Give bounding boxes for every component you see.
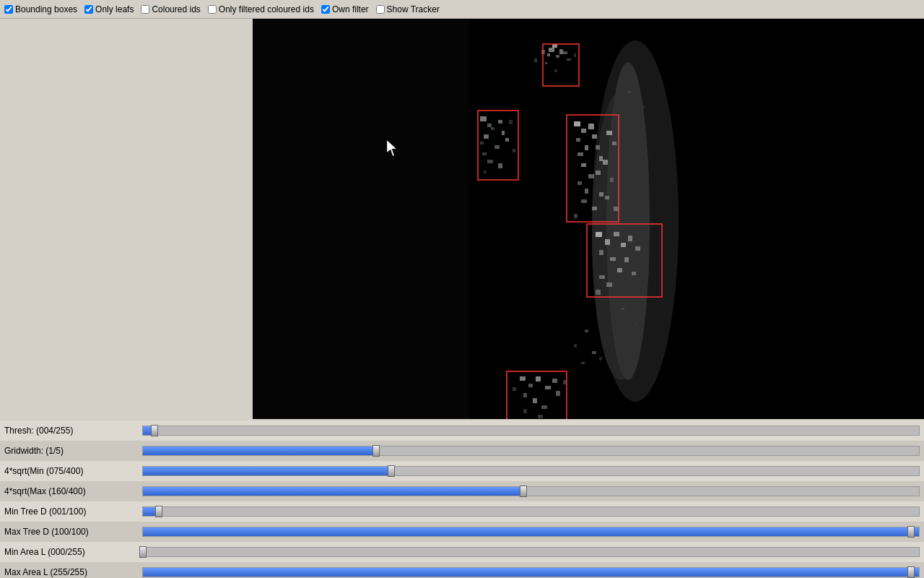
svg-rect-60 bbox=[621, 243, 626, 247]
bounding-boxes-label: Bounding boxes bbox=[15, 4, 77, 14]
slider-row-max-area-l: Max Area L (255/255) bbox=[0, 562, 924, 578]
toolbar-item-show-tracker: Show Tracker bbox=[376, 4, 440, 14]
slider-min-area-l-track[interactable] bbox=[142, 547, 920, 557]
svg-rect-8 bbox=[563, 51, 567, 54]
svg-rect-34 bbox=[588, 124, 594, 129]
svg-rect-58 bbox=[614, 232, 619, 236]
slider-thresh-thumb[interactable] bbox=[151, 425, 158, 436]
bounding-boxes-checkbox[interactable] bbox=[4, 5, 13, 14]
only-filtered-checkbox[interactable] bbox=[208, 5, 217, 14]
svg-rect-85 bbox=[621, 308, 624, 310]
svg-rect-40 bbox=[581, 163, 586, 167]
svg-rect-55 bbox=[614, 207, 619, 211]
slider-max-area-l-track[interactable] bbox=[142, 567, 920, 577]
svg-rect-22 bbox=[480, 142, 484, 144]
slider-max-area-l-label: Max Area L (255/255) bbox=[4, 567, 138, 577]
svg-rect-24 bbox=[502, 131, 505, 135]
slider-min-area-l-thumb[interactable] bbox=[139, 546, 147, 558]
svg-rect-10 bbox=[552, 44, 557, 48]
svg-rect-28 bbox=[498, 163, 502, 168]
svg-rect-71 bbox=[528, 384, 533, 387]
svg-rect-20 bbox=[491, 127, 494, 130]
slider-sqrt-max-thumb[interactable] bbox=[520, 486, 527, 497]
svg-rect-14 bbox=[541, 50, 545, 54]
svg-point-2 bbox=[592, 40, 679, 402]
svg-rect-90 bbox=[581, 362, 585, 364]
svg-rect-23 bbox=[494, 145, 500, 149]
svg-rect-18 bbox=[487, 124, 492, 127]
svg-rect-11 bbox=[559, 49, 563, 54]
svg-point-3 bbox=[592, 91, 650, 380]
svg-rect-13 bbox=[567, 59, 571, 61]
svg-rect-96 bbox=[507, 371, 567, 419]
svg-rect-89 bbox=[592, 351, 596, 354]
svg-rect-46 bbox=[581, 199, 587, 203]
toolbar-item-bounding-boxes: Bounding boxes bbox=[4, 4, 77, 14]
slider-sqrt-max-track[interactable] bbox=[142, 486, 920, 496]
slider-max-tree-d-track[interactable] bbox=[142, 527, 920, 537]
svg-rect-66 bbox=[635, 246, 640, 251]
only-leafs-checkbox[interactable] bbox=[84, 5, 93, 14]
slider-sqrt-min-label: 4*sqrt(Min (075/400) bbox=[4, 466, 138, 476]
slider-thresh-track[interactable] bbox=[142, 426, 920, 436]
show-tracker-checkbox[interactable] bbox=[376, 5, 385, 14]
coloured-ids-checkbox[interactable] bbox=[141, 5, 149, 14]
svg-rect-74 bbox=[545, 386, 551, 389]
svg-rect-94 bbox=[567, 115, 619, 222]
svg-rect-65 bbox=[624, 257, 629, 262]
slider-row-max-tree-d: Max Tree D (100/100) bbox=[0, 522, 924, 542]
svg-rect-32 bbox=[574, 121, 580, 126]
own-filter-checkbox[interactable] bbox=[321, 5, 330, 14]
svg-rect-83 bbox=[628, 91, 631, 93]
svg-rect-64 bbox=[599, 275, 605, 279]
svg-rect-49 bbox=[574, 214, 578, 218]
slider-max-area-l-thumb[interactable] bbox=[907, 566, 915, 578]
slider-sqrt-min-thumb[interactable] bbox=[388, 465, 395, 477]
svg-rect-0 bbox=[253, 19, 924, 419]
svg-rect-7 bbox=[534, 59, 537, 62]
svg-rect-29 bbox=[484, 171, 487, 173]
toolbar: Bounding boxes Only leafs Coloured ids O… bbox=[0, 0, 924, 19]
svg-rect-9 bbox=[545, 62, 547, 64]
toolbar-item-coloured-ids: Coloured ids bbox=[141, 4, 200, 14]
slider-row-gridwidth: Gridwidth: (1/5) bbox=[0, 441, 924, 461]
slider-row-sqrt-min: 4*sqrt(Min (075/400) bbox=[0, 461, 924, 481]
svg-rect-62 bbox=[628, 236, 632, 241]
slider-thresh-label: Thresh: (004/255) bbox=[4, 426, 138, 436]
svg-rect-56 bbox=[596, 232, 602, 237]
svg-rect-31 bbox=[513, 149, 515, 152]
svg-rect-44 bbox=[596, 171, 601, 175]
slider-min-tree-d-thumb[interactable] bbox=[155, 506, 162, 517]
svg-rect-54 bbox=[605, 196, 609, 199]
slider-max-area-l-fill bbox=[143, 568, 919, 577]
slider-row-min-area-l: Min Area L (000/255) bbox=[0, 542, 924, 562]
svg-rect-70 bbox=[520, 376, 526, 381]
svg-rect-12 bbox=[547, 53, 550, 56]
slider-row-sqrt-max: 4*sqrt(Max (160/400) bbox=[0, 481, 924, 501]
svg-rect-1 bbox=[253, 19, 469, 419]
svg-rect-5 bbox=[549, 48, 554, 52]
svg-rect-95 bbox=[587, 224, 662, 297]
svg-rect-92 bbox=[543, 44, 579, 86]
slider-sqrt-min-track[interactable] bbox=[142, 466, 920, 476]
coloured-ids-label: Coloured ids bbox=[152, 4, 200, 14]
svg-rect-67 bbox=[606, 282, 612, 287]
svg-rect-73 bbox=[523, 393, 527, 397]
svg-rect-88 bbox=[574, 344, 577, 348]
svg-rect-19 bbox=[484, 134, 489, 139]
slider-gridwidth-track[interactable] bbox=[142, 446, 920, 456]
slider-gridwidth-thumb[interactable] bbox=[372, 445, 380, 457]
own-filter-label: Own filter bbox=[332, 4, 369, 14]
svg-rect-77 bbox=[541, 405, 547, 409]
svg-rect-61 bbox=[610, 257, 616, 261]
slider-min-tree-d-track[interactable] bbox=[142, 506, 920, 517]
svg-rect-51 bbox=[612, 142, 616, 145]
slider-max-tree-d-thumb[interactable] bbox=[907, 526, 915, 538]
svg-rect-91 bbox=[599, 357, 602, 361]
svg-rect-80 bbox=[538, 415, 543, 418]
svg-rect-84 bbox=[642, 105, 645, 108]
canvas-container[interactable] bbox=[253, 19, 924, 419]
svg-rect-33 bbox=[581, 129, 586, 133]
svg-rect-6 bbox=[556, 55, 559, 58]
svg-rect-35 bbox=[576, 138, 580, 142]
